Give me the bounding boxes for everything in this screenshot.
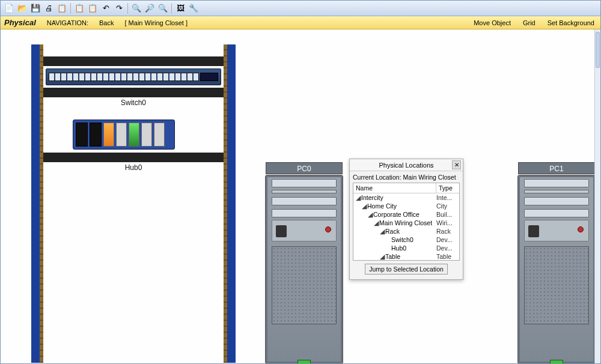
- set-background-button[interactable]: Set Background: [548, 19, 594, 26]
- jump-to-location-button[interactable]: Jump to Selected Location: [365, 264, 448, 275]
- hub-slot: [90, 123, 102, 147]
- bay-cover: [524, 197, 589, 205]
- device-pc0[interactable]: PC0: [265, 175, 343, 364]
- main-toolbar: 📄 📂 💾 🖨 📋 📋 📋 ↶ ↷ 🔍 🔎 🔍 🖼 🔧: [1, 1, 600, 16]
- floppy-drive: [272, 190, 337, 193]
- tree-row[interactable]: Switch0Dev...: [353, 235, 459, 244]
- front-io-panel: [272, 220, 337, 241]
- column-type[interactable]: Type: [436, 183, 459, 193]
- equipment-rack[interactable]: Switch0 Hub0: [31, 44, 236, 363]
- power-led: [578, 226, 584, 232]
- tree-row[interactable]: ◢TableTable: [353, 252, 459, 261]
- toolbar-separator: [127, 3, 128, 14]
- floppy-drive: [524, 190, 589, 193]
- background-icon[interactable]: 🖼: [174, 2, 186, 14]
- paste-icon[interactable]: 📋: [87, 2, 99, 14]
- usb-ports[interactable]: [528, 225, 539, 237]
- device-pc1[interactable]: PC1: [517, 175, 596, 364]
- save-icon[interactable]: 💾: [29, 2, 41, 14]
- bay-cover: [272, 197, 337, 205]
- optical-drive: [524, 179, 589, 187]
- expand-icon[interactable]: ◢: [374, 219, 379, 226]
- tree-row[interactable]: ◢IntercityInte...: [353, 193, 459, 202]
- switch-port-bank[interactable]: [49, 73, 199, 81]
- ethernet-port[interactable]: [297, 360, 311, 364]
- hub-port[interactable]: [154, 123, 165, 147]
- switch-uplink-ports[interactable]: [200, 73, 218, 81]
- tree-node-name: Rack: [385, 228, 400, 235]
- zoom-out-icon[interactable]: 🔎: [144, 2, 156, 14]
- switch0-label: Switch0: [40, 99, 227, 107]
- rack-shelf: [43, 88, 224, 97]
- print-icon[interactable]: 🖨: [43, 2, 55, 14]
- column-name[interactable]: Name: [353, 183, 436, 193]
- close-icon[interactable]: ✕: [452, 160, 461, 169]
- case-grille: [524, 246, 589, 324]
- hub-port[interactable]: [103, 123, 114, 147]
- tree-node-name: Hub0: [391, 244, 406, 252]
- usb-ports[interactable]: [276, 225, 287, 237]
- tree-node-type: Buil...: [436, 211, 459, 218]
- rack-shelf: [43, 153, 224, 162]
- expand-icon[interactable]: ◢: [356, 194, 361, 201]
- dialog-titlebar[interactable]: Physical Locations ✕: [350, 159, 463, 171]
- physical-navbar: Physical NAVIGATION: Back [ Main Wiring …: [1, 16, 600, 29]
- ethernet-port[interactable]: [550, 360, 563, 364]
- hub-port[interactable]: [129, 123, 139, 147]
- tree-header: Name Type: [353, 183, 459, 193]
- tree-node-type: Rack: [436, 228, 459, 235]
- settings-icon[interactable]: 🔧: [188, 2, 200, 14]
- device-hub0[interactable]: [73, 120, 175, 150]
- toolbar-separator: [70, 3, 71, 14]
- open-file-icon[interactable]: 📂: [16, 2, 28, 14]
- tree-node-type: Dev...: [436, 236, 459, 243]
- device-switch0[interactable]: [46, 68, 221, 85]
- scrollbar-thumb[interactable]: [596, 32, 600, 68]
- redo-icon[interactable]: ↷: [113, 2, 125, 14]
- tree-row[interactable]: ◢RackRack: [353, 227, 459, 235]
- nav-back-button[interactable]: Back: [99, 19, 114, 26]
- pc0-title: PC0: [266, 162, 343, 174]
- expand-icon[interactable]: ◢: [380, 253, 385, 260]
- location-tree[interactable]: Name Type ◢IntercityInte...◢Home CityCit…: [353, 183, 460, 261]
- clipboard-icon[interactable]: 📋: [56, 2, 68, 14]
- hub-slot: [76, 123, 88, 147]
- tree-node-name: Corporate Office: [373, 211, 419, 218]
- navigation-label: NAVIGATION:: [47, 19, 88, 26]
- expand-icon[interactable]: ◢: [380, 228, 385, 235]
- tree-row[interactable]: Hub0Dev...: [353, 244, 459, 252]
- breadcrumb[interactable]: [ Main Wiring Closet ]: [125, 19, 188, 26]
- grid-button[interactable]: Grid: [523, 19, 535, 26]
- current-location-value: Main Wiring Closet: [403, 174, 456, 181]
- front-io-panel: [524, 220, 589, 241]
- undo-icon[interactable]: ↶: [100, 2, 112, 14]
- tree-node-type: Dev...: [436, 244, 459, 252]
- case-grille: [272, 246, 337, 324]
- expand-icon[interactable]: ◢: [368, 211, 373, 218]
- tree-node-type: Table: [436, 253, 459, 260]
- move-object-button[interactable]: Move Object: [474, 19, 511, 26]
- rack-rail-right: [224, 44, 227, 363]
- tree-row[interactable]: ◢Home CityCity: [353, 202, 459, 210]
- dialog-title-text: Physical Locations: [379, 162, 433, 169]
- vertical-scrollbar[interactable]: [594, 29, 600, 363]
- bay-cover: [272, 209, 337, 217]
- tree-node-type: Inte...: [436, 194, 459, 201]
- hub-port[interactable]: [116, 123, 127, 147]
- physical-locations-dialog[interactable]: Physical Locations ✕ Current Location: M…: [349, 159, 463, 280]
- hub-port[interactable]: [141, 123, 152, 147]
- tree-node-type: Wiri...: [436, 219, 459, 226]
- current-location-label: Current Location:: [353, 174, 401, 181]
- zoom-in-icon[interactable]: 🔍: [130, 2, 142, 14]
- hub0-label: Hub0: [40, 163, 227, 172]
- zoom-reset-icon[interactable]: 🔍: [157, 2, 169, 14]
- expand-icon[interactable]: ◢: [362, 202, 367, 210]
- view-mode-label: Physical: [4, 18, 36, 27]
- copy-icon[interactable]: 📋: [73, 2, 85, 14]
- new-file-icon[interactable]: 📄: [3, 2, 15, 14]
- tree-row[interactable]: ◢Main Wiring ClosetWiri...: [353, 219, 459, 227]
- tree-row[interactable]: ◢Corporate OfficeBuil...: [353, 210, 459, 219]
- physical-workspace[interactable]: Switch0 Hub0 PC0 PC1: [1, 29, 600, 363]
- current-location-row: Current Location: Main Wiring Closet: [353, 174, 460, 181]
- pc1-title: PC1: [518, 162, 595, 174]
